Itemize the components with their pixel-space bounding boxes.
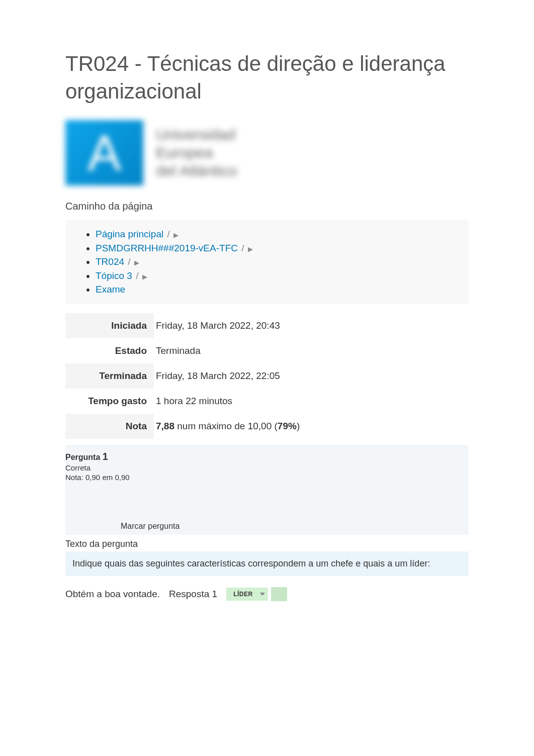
institution-name-line1: Universidad: [156, 126, 237, 144]
breadcrumb-link-topic[interactable]: Tópico 3: [96, 270, 132, 281]
institution-logo-icon: A: [65, 120, 143, 185]
breadcrumb-item: Tópico 3 / ▶: [96, 269, 459, 283]
breadcrumb-item: PSMDGRRHH###2019-vEA-TFC / ▶: [96, 241, 459, 255]
breadcrumb-separator: /: [241, 243, 244, 253]
summary-value: Friday, 18 March 2022, 20:43: [156, 320, 280, 331]
summary-label: Terminada: [65, 370, 156, 382]
chevron-right-icon: ▶: [173, 231, 179, 239]
grade-percent: 79%: [278, 421, 297, 431]
question-text-heading: Texto da pergunta: [65, 539, 469, 549]
summary-value: Friday, 18 March 2022, 22:05: [156, 370, 280, 382]
question-mark: Nota: 0,90 em 0,90: [65, 473, 469, 482]
breadcrumb-item: TR024 / ▶: [96, 255, 459, 269]
grade-text-mid: num máximo de 10,00 (: [174, 421, 278, 431]
breadcrumb-separator: /: [167, 229, 169, 239]
flag-question-link[interactable]: Marcar pergunta: [65, 522, 469, 531]
answer-select[interactable]: LÍDER: [226, 588, 268, 601]
page-title: TR024 - Técnicas de direção e liderança …: [65, 50, 469, 105]
summary-row-state: Estado Terminada: [65, 338, 469, 363]
summary-value-grade: 7,88 num máximo de 10,00 (79%): [156, 421, 300, 432]
grade-text-close: ): [297, 421, 300, 431]
breadcrumb-separator: /: [136, 270, 138, 281]
breadcrumb: Página principal / ▶ PSMDGRRHH###2019-vE…: [65, 220, 469, 304]
breadcrumb-link-home[interactable]: Página principal: [96, 229, 163, 239]
summary-label: Tempo gasto: [65, 396, 156, 407]
institution-name-line3: del Atlántico: [156, 162, 237, 180]
summary-row-time: Tempo gasto 1 hora 22 minutos: [65, 389, 469, 414]
institution-logo-block: A Universidad Europea del Atlántico: [65, 120, 469, 185]
breadcrumb-link-program[interactable]: PSMDGRRHH###2019-vEA-TFC: [96, 243, 238, 253]
answer-select-trailing: [271, 587, 287, 601]
question-body: Indique quais das seguintes característi…: [65, 551, 469, 576]
chevron-right-icon: ▶: [248, 245, 253, 253]
summary-label: Estado: [65, 345, 156, 356]
summary-row-grade: Nota 7,88 num máximo de 10,00 (79%): [65, 414, 469, 439]
answer-prompt: Obtém a boa vontade.: [65, 589, 160, 600]
summary-row-started: Iniciada Friday, 18 March 2022, 20:43: [65, 313, 469, 338]
question-status: Correta: [65, 463, 469, 472]
question-number: 1: [103, 451, 108, 462]
chevron-right-icon: ▶: [134, 259, 139, 266]
summary-row-completed: Terminada Friday, 18 March 2022, 22:05: [65, 363, 469, 389]
grade-value: 7,88: [156, 421, 174, 431]
chevron-right-icon: ▶: [142, 273, 147, 280]
question-block: Pergunta 1 Correta Nota: 0,90 em 0,90 Ma…: [65, 445, 469, 535]
answer-label: Resposta 1: [169, 589, 217, 600]
institution-name: Universidad Europea del Atlántico: [156, 126, 237, 180]
breadcrumb-item: Exame: [96, 282, 459, 297]
answer-row: Obtém a boa vontade. Resposta 1 LÍDER: [65, 587, 469, 601]
summary-value: 1 hora 22 minutos: [156, 396, 232, 407]
question-label: Pergunta: [65, 453, 100, 461]
breadcrumb-heading: Caminho da página: [65, 201, 469, 212]
breadcrumb-separator: /: [128, 256, 130, 267]
breadcrumb-link-course[interactable]: TR024: [96, 256, 124, 267]
question-header: Pergunta 1: [65, 451, 469, 462]
institution-name-line2: Europea: [156, 144, 237, 162]
summary-label: Nota: [65, 421, 156, 432]
summary-value: Terminada: [156, 345, 201, 356]
attempt-summary-table: Iniciada Friday, 18 March 2022, 20:43 Es…: [65, 313, 469, 439]
breadcrumb-link-exam[interactable]: Exame: [96, 284, 125, 295]
summary-label: Iniciada: [65, 320, 156, 331]
breadcrumb-item: Página principal / ▶: [96, 227, 459, 241]
